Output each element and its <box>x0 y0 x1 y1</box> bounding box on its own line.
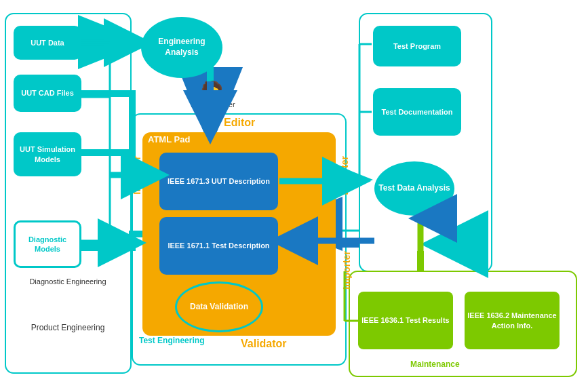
test-engineer-icon: 🧑 <box>200 80 224 102</box>
svg-rect-0 <box>5 14 131 373</box>
diagnostic-engineering-label: Diagnostic Engineering <box>10 277 125 287</box>
uut-cad-box: UUT CAD Files <box>14 75 81 112</box>
uut-data-box: UUT Data <box>14 26 81 60</box>
test-documentation-box: Test Documentation <box>373 88 461 136</box>
ieee-1671-1-box: IEEE 1671.1 Test Description <box>159 217 278 275</box>
data-validation-ellipse: Data Validation <box>175 281 263 332</box>
test-data-analysis-ellipse: Test Data Analysis <box>374 161 454 216</box>
editor-label: Editor <box>224 117 255 129</box>
validator-label: Validator <box>241 338 287 350</box>
test-engineering-label: Test Engineering <box>139 336 204 345</box>
ieee-1636-2-box: IEEE 1636.2 Maintenance Action Info. <box>465 292 560 349</box>
exporter-label: Exporter <box>339 156 350 195</box>
diagnostic-models-box: Diagnostic Models <box>14 220 81 268</box>
product-engineering-label: Product Engineering <box>10 322 125 334</box>
maintenance-label: Maintenance <box>410 359 460 369</box>
uut-sim-box: UUT Simulation Models <box>14 132 81 176</box>
ieee-1636-1-box: IEEE 1636.1 Test Results <box>358 292 453 349</box>
importer-left-label: Importer <box>132 156 142 195</box>
test-engineer-label: Test Engineer <box>185 100 239 109</box>
test-program-box: Test Program <box>373 26 461 66</box>
importer-bottom-label: Importer <box>341 251 352 290</box>
ieee-1671-3-box: IEEE 1671.3 UUT Description <box>159 153 278 210</box>
diagram: ATML Pad IEEE 1671.3 UUT Description IEE… <box>0 0 588 390</box>
atml-pad-label: ATML Pad <box>148 134 190 144</box>
engineering-analysis-ellipse: Engineering Analysis <box>141 17 222 78</box>
